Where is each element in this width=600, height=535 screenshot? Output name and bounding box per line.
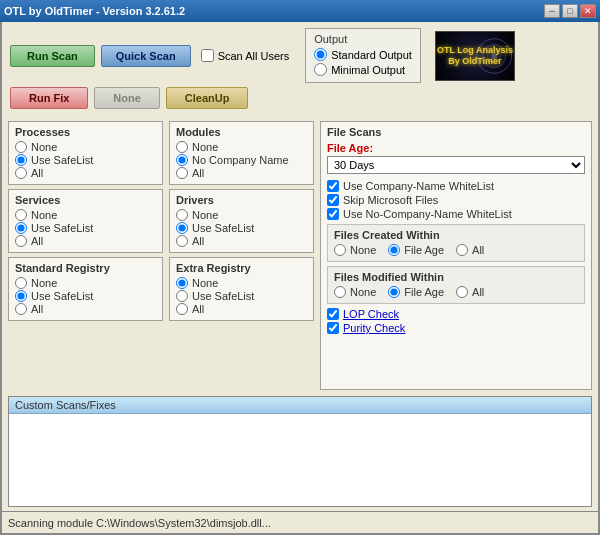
minimize-button[interactable]: – [544,4,560,18]
ereg-all-option[interactable]: All [176,303,307,315]
toolbar-row1: Run Scan Quick Scan Scan All Users Outpu… [2,22,598,85]
modified-none-radio[interactable] [334,286,346,298]
skip-microsoft-checkbox[interactable] [327,194,339,206]
services-none-option[interactable]: None [15,209,156,221]
ereg-none-option[interactable]: None [176,277,307,289]
otl-logo-text: OTL Log Analysis By OldTimer [437,45,513,67]
services-safelist-label: Use SafeList [31,222,93,234]
modules-panel: Modules None No Company Name All [169,121,314,185]
created-none-radio[interactable] [334,244,346,256]
processes-safelist-option[interactable]: Use SafeList [15,154,156,166]
processes-none-option[interactable]: None [15,141,156,153]
services-safelist-radio[interactable] [15,222,27,234]
files-created-radio-row: None File Age All [334,244,578,257]
output-title: Output [314,33,412,45]
services-panel: Services None Use SafeList All [8,189,163,253]
ereg-all-radio[interactable] [176,303,188,315]
services-none-radio[interactable] [15,209,27,221]
created-fileage-radio[interactable] [388,244,400,256]
run-scan-button[interactable]: Run Scan [10,45,95,67]
drivers-all-option[interactable]: All [176,235,307,247]
minimal-output-radio[interactable] [314,63,327,76]
modules-all-radio[interactable] [176,167,188,179]
modified-fileage-label: File Age [404,286,444,298]
files-modified-title: Files Modified Within [334,271,578,283]
created-fileage-label: File Age [404,244,444,256]
company-whitelist-option[interactable]: Use Company-Name WhiteList [327,180,585,192]
skip-microsoft-label: Skip Microsoft Files [343,194,438,206]
ereg-safelist-radio[interactable] [176,290,188,302]
created-fileage-option[interactable]: File Age [388,244,444,256]
title-bar-controls: – □ ✕ [544,4,596,18]
modules-all-option[interactable]: All [176,167,307,179]
sreg-none-label: None [31,277,57,289]
ereg-safelist-label: Use SafeList [192,290,254,302]
modified-none-option[interactable]: None [334,286,376,298]
modules-nocompany-label: No Company Name [192,154,289,166]
custom-scans-textarea[interactable] [9,414,591,504]
content-area: Processes None Use SafeList All Services [2,115,598,396]
standard-registry-title: Standard Registry [15,262,156,274]
modified-all-option[interactable]: All [456,286,484,298]
drivers-safelist-radio[interactable] [176,222,188,234]
drivers-all-label: All [192,235,204,247]
lop-check-option[interactable]: LOP Check [327,308,585,320]
cleanup-button[interactable]: CleanUp [166,87,249,109]
processes-title: Processes [15,126,156,138]
sreg-safelist-radio[interactable] [15,290,27,302]
processes-all-radio[interactable] [15,167,27,179]
modified-none-label: None [350,286,376,298]
modified-all-radio[interactable] [456,286,468,298]
skip-microsoft-option[interactable]: Skip Microsoft Files [327,194,585,206]
drivers-all-radio[interactable] [176,235,188,247]
none-button[interactable]: None [94,87,160,109]
ereg-none-radio[interactable] [176,277,188,289]
run-fix-button[interactable]: Run Fix [10,87,88,109]
no-company-whitelist-label: Use No-Company-Name WhiteList [343,208,512,220]
services-all-option[interactable]: All [15,235,156,247]
processes-safelist-radio[interactable] [15,154,27,166]
quick-scan-button[interactable]: Quick Scan [101,45,191,67]
standard-output-radio[interactable] [314,48,327,61]
sreg-all-option[interactable]: All [15,303,156,315]
modified-all-label: All [472,286,484,298]
modules-nocompany-radio[interactable] [176,154,188,166]
services-all-radio[interactable] [15,235,27,247]
maximize-button[interactable]: □ [562,4,578,18]
sreg-none-option[interactable]: None [15,277,156,289]
processes-none-radio[interactable] [15,141,27,153]
sreg-safelist-option[interactable]: Use SafeList [15,290,156,302]
processes-all-option[interactable]: All [15,167,156,179]
services-safelist-option[interactable]: Use SafeList [15,222,156,234]
purity-check-option[interactable]: Purity Check [327,322,585,334]
minimal-output-option[interactable]: Minimal Output [314,63,412,76]
scan-all-users-wrapper: Scan All Users [201,49,290,62]
no-company-whitelist-checkbox[interactable] [327,208,339,220]
sreg-none-radio[interactable] [15,277,27,289]
modules-nocompany-option[interactable]: No Company Name [176,154,307,166]
scan-all-users-checkbox[interactable] [201,49,214,62]
drivers-none-radio[interactable] [176,209,188,221]
file-age-select[interactable]: 30 Days 60 Days 90 Days All [327,156,585,174]
standard-output-option[interactable]: Standard Output [314,48,412,61]
drivers-safelist-label: Use SafeList [192,222,254,234]
created-all-option[interactable]: All [456,244,484,256]
ereg-safelist-option[interactable]: Use SafeList [176,290,307,302]
drivers-none-option[interactable]: None [176,209,307,221]
modules-none-radio[interactable] [176,141,188,153]
modified-fileage-radio[interactable] [388,286,400,298]
close-button[interactable]: ✕ [580,4,596,18]
sreg-all-label: All [31,303,43,315]
drivers-safelist-option[interactable]: Use SafeList [176,222,307,234]
modules-none-option[interactable]: None [176,141,307,153]
sreg-all-radio[interactable] [15,303,27,315]
no-company-whitelist-option[interactable]: Use No-Company-Name WhiteList [327,208,585,220]
lop-check-checkbox[interactable] [327,308,339,320]
purity-check-checkbox[interactable] [327,322,339,334]
created-none-option[interactable]: None [334,244,376,256]
middle-panels: Modules None No Company Name All Drivers [169,121,314,390]
created-all-radio[interactable] [456,244,468,256]
modified-fileage-option[interactable]: File Age [388,286,444,298]
company-whitelist-checkbox[interactable] [327,180,339,192]
lop-check-label: LOP Check [343,308,399,320]
